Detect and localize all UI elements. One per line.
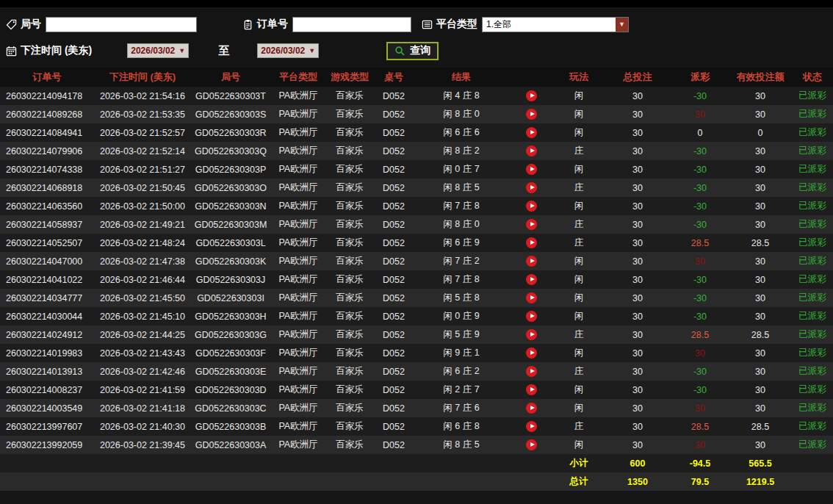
cell-game_no: GD0522630303N <box>191 197 270 215</box>
replay-play-icon[interactable] <box>526 256 537 267</box>
play-triangle <box>530 222 535 226</box>
cell-payout: -30 <box>671 215 729 234</box>
query-button-label: 查询 <box>410 44 430 57</box>
game-no-input[interactable] <box>46 17 197 32</box>
cell-result: 闲 8 庄 0 <box>414 215 508 234</box>
order-no-input[interactable] <box>292 17 411 32</box>
replay-cell <box>508 289 554 307</box>
cell-table_no: D052 <box>373 160 414 179</box>
date-to-value: 2026/03/02 <box>261 46 305 56</box>
cell-total_bet: 30 <box>604 105 671 123</box>
cell-play: 闲 <box>554 123 604 142</box>
empty-cell <box>792 454 833 472</box>
cell-valid_bet: 30 <box>729 344 792 362</box>
filter-panel: 局号 订单号 平台类型 1.全部 ▼ 下注时间 (美东) 2026/03/02 … <box>0 7 833 68</box>
column-header-game_type: 游戏类型 <box>326 68 373 87</box>
subtotal-row-valid-bet: 565.5 <box>729 454 792 472</box>
cell-status: 已派彩 <box>792 234 833 252</box>
column-header-play: 玩法 <box>554 68 604 87</box>
cell-bet_time: 2026-03-02 21:45:50 <box>94 289 191 307</box>
replay-play-icon[interactable] <box>526 164 537 175</box>
replay-play-icon[interactable] <box>526 366 537 377</box>
date-from-picker[interactable]: 2026/03/02 ▼ <box>127 43 189 58</box>
column-header-game_no: 局号 <box>191 68 270 87</box>
cell-result: 闲 7 庄 2 <box>414 252 508 270</box>
cell-valid_bet: 30 <box>729 362 792 381</box>
cell-valid_bet: 0 <box>729 123 792 142</box>
replay-play-icon[interactable] <box>526 403 537 414</box>
cell-bet_time: 2026-03-02 21:50:00 <box>94 197 191 215</box>
cell-play: 闲 <box>554 252 604 270</box>
empty-cell <box>0 454 94 472</box>
date-to-picker[interactable]: 2026/03/02 ▼ <box>257 43 319 58</box>
cell-platform: PA欧洲厅 <box>270 436 326 454</box>
cell-platform: PA欧洲厅 <box>270 252 326 270</box>
platform-type-select[interactable]: 1.全部 ▼ <box>482 17 629 32</box>
replay-cell <box>508 344 554 362</box>
replay-play-icon[interactable] <box>526 311 537 322</box>
cell-order_no: 260302214058937 <box>0 215 94 234</box>
replay-play-icon[interactable] <box>526 145 537 156</box>
cell-valid_bet: 30 <box>729 105 792 123</box>
replay-cell <box>508 399 554 417</box>
replay-play-icon[interactable] <box>526 219 537 230</box>
replay-play-icon[interactable] <box>526 274 537 285</box>
replay-play-icon[interactable] <box>526 201 537 212</box>
cell-play: 闲 <box>554 381 604 399</box>
cell-status: 已派彩 <box>792 417 833 436</box>
query-button[interactable]: 查询 <box>386 42 439 60</box>
cell-table_no: D052 <box>373 252 414 270</box>
play-triangle <box>530 277 535 281</box>
cell-result: 闲 7 庄 8 <box>414 270 508 289</box>
cell-platform: PA欧洲厅 <box>270 325 326 344</box>
cell-platform: PA欧洲厅 <box>270 344 326 362</box>
replay-cell <box>508 307 554 325</box>
order-no-label: 订单号 <box>257 18 288 31</box>
cell-platform: PA欧洲厅 <box>270 215 326 234</box>
cell-game_type: 百家乐 <box>326 344 373 362</box>
empty-cell <box>414 472 508 491</box>
cell-platform: PA欧洲厅 <box>270 307 326 325</box>
cell-result: 闲 7 庄 8 <box>414 197 508 215</box>
cell-result: 闲 6 庄 9 <box>414 234 508 252</box>
table-row: 2603022140082372026-03-02 21:41:59GD0522… <box>0 381 833 399</box>
cell-game_no: GD0522630303M <box>191 215 270 234</box>
cell-game_no: GD0522630303I <box>191 289 270 307</box>
cell-table_no: D052 <box>373 362 414 381</box>
replay-play-icon[interactable] <box>526 237 537 248</box>
replay-play-icon[interactable] <box>526 127 537 138</box>
replay-play-icon[interactable] <box>526 384 537 395</box>
cell-game_no: GD0522630303H <box>191 307 270 325</box>
cell-total_bet: 30 <box>604 215 671 234</box>
cell-valid_bet: 28.5 <box>729 234 792 252</box>
cell-result: 闲 8 庄 5 <box>414 179 508 197</box>
replay-play-icon[interactable] <box>526 292 537 303</box>
cell-bet_time: 2026-03-02 21:49:21 <box>94 215 191 234</box>
replay-play-icon[interactable] <box>526 439 537 450</box>
replay-play-icon[interactable] <box>526 90 537 101</box>
cell-play: 闲 <box>554 160 604 179</box>
tag-icon <box>6 19 21 30</box>
play-triangle <box>530 93 535 98</box>
replay-play-icon[interactable] <box>526 329 537 340</box>
clipboard-icon <box>242 19 257 30</box>
cell-result: 闲 2 庄 7 <box>414 381 508 399</box>
cell-status: 已派彩 <box>792 436 833 454</box>
cell-platform: PA欧洲厅 <box>270 362 326 381</box>
cell-total_bet: 30 <box>604 87 671 105</box>
grandtotal-row-payout: 79.5 <box>671 472 729 491</box>
subtotal-row-payout: -94.5 <box>671 454 729 472</box>
cell-result: 闲 8 庄 5 <box>414 436 508 454</box>
replay-play-icon[interactable] <box>526 348 537 359</box>
play-triangle <box>530 442 535 447</box>
cell-play: 庄 <box>554 325 604 344</box>
replay-play-icon[interactable] <box>526 182 537 193</box>
cell-play: 闲 <box>554 289 604 307</box>
replay-play-icon[interactable] <box>526 421 537 432</box>
cell-order_no: 260302214008237 <box>0 381 94 399</box>
cell-game_no: GD0522630303L <box>191 234 270 252</box>
replay-play-icon[interactable] <box>526 109 537 120</box>
cell-payout: -30 <box>671 160 729 179</box>
cell-play: 闲 <box>554 105 604 123</box>
play-triangle <box>530 369 535 373</box>
